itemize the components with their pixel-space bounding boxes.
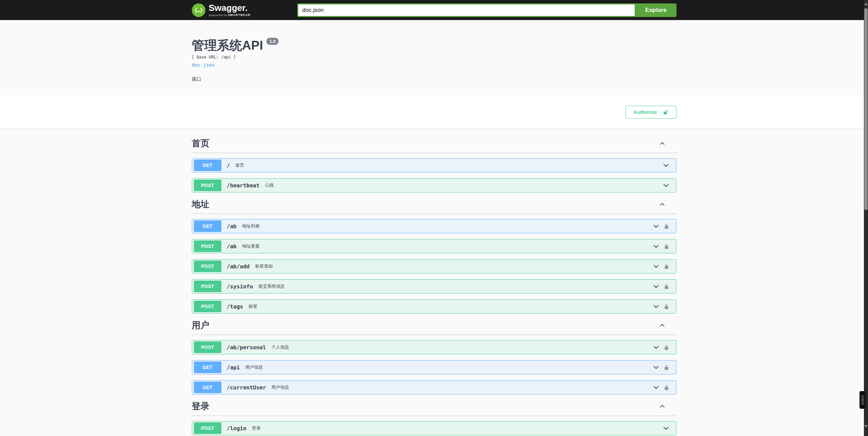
chevron-down-icon[interactable] (663, 182, 669, 188)
operation-summary: 首页 (235, 162, 244, 168)
operations-list: 首页 GET / 首页 POST /heartbeat 心跳 (192, 129, 677, 436)
swagger-logo-icon: {…} (192, 3, 205, 17)
operation-path: /currentUser (227, 384, 266, 391)
method-badge: GET (194, 220, 221, 232)
page-scrollbar[interactable] (864, 0, 868, 436)
tag-name: 登录 (192, 400, 210, 412)
operation-row[interactable]: POST /ab/personal 个人信息 (192, 340, 677, 354)
lock-icon[interactable] (664, 365, 669, 370)
operation-summary: 标签 (249, 303, 257, 309)
tag-name: 首页 (192, 137, 210, 149)
tag-name: 地址 (192, 198, 210, 210)
chevron-up-icon[interactable] (660, 404, 665, 409)
scheme-container: Authorize (0, 96, 868, 129)
chevron-down-icon[interactable] (663, 425, 669, 431)
page-title: 管理系统API 1.0 (192, 39, 677, 52)
lock-icon[interactable] (664, 304, 669, 309)
tag-section-1: 首页 GET / 首页 POST /heartbeat 心跳 (192, 137, 677, 192)
chevron-down-icon[interactable] (653, 364, 659, 370)
lock-icon[interactable] (664, 223, 669, 229)
swagger-logo: {…} Swagger. Supported by SMARTBEAR (192, 3, 251, 17)
operation-row[interactable]: POST /ab 地址更新 (192, 239, 677, 253)
scrollbar-down-arrow[interactable] (864, 425, 868, 427)
spec-link[interactable]: doc.json (192, 62, 215, 68)
swagger-tagline: Supported by SMARTBEAR (209, 14, 251, 17)
tag-section-3: 用户 POST /ab/personal 个人信息 GET /api 用户信息 (192, 319, 677, 395)
authorize-button[interactable]: Authorize (625, 106, 676, 119)
scrollbar-thumb[interactable] (864, 8, 868, 210)
chevron-down-icon[interactable] (663, 162, 669, 168)
operation-path: /sysinfo (227, 283, 253, 290)
lock-icon[interactable] (664, 244, 669, 249)
operation-row[interactable]: GET /ab 地址列表 (192, 219, 677, 233)
explore-button[interactable]: Explore (636, 3, 677, 17)
operation-path: /api (227, 364, 240, 371)
method-badge: GET (194, 382, 221, 393)
operation-summary: 用户信息 (245, 364, 263, 370)
operation-summary: 用户信息 (271, 384, 289, 390)
api-description: 接口 (192, 76, 677, 82)
tag-section-4: 登录 POST /login 登录 POST /login/captcha 登录… (192, 400, 677, 436)
chevron-down-icon[interactable] (653, 263, 659, 269)
operation-path: /ab (227, 243, 237, 250)
swagger-logo-text: Swagger. (209, 3, 251, 12)
scroll-minimap-widget (859, 391, 866, 409)
method-badge: POST (194, 341, 221, 353)
method-badge: POST (194, 422, 221, 434)
chevron-down-icon[interactable] (653, 243, 659, 249)
chevron-down-icon[interactable] (653, 344, 659, 350)
operation-summary: 登录 (252, 425, 261, 431)
method-badge: POST (194, 180, 221, 191)
unlock-icon (663, 109, 669, 115)
tag-header[interactable]: 首页 (192, 137, 677, 153)
operation-summary: 标签添加 (255, 263, 273, 269)
lock-icon[interactable] (664, 284, 669, 289)
method-badge: POST (194, 301, 221, 312)
chevron-down-icon[interactable] (653, 384, 659, 390)
chevron-up-icon[interactable] (660, 323, 665, 328)
operation-row[interactable]: GET / 首页 (192, 158, 677, 172)
operation-summary: 心跳 (265, 182, 274, 188)
spec-url-input[interactable] (297, 3, 636, 17)
tag-header[interactable]: 用户 (192, 319, 677, 335)
chevron-down-icon[interactable] (653, 223, 659, 229)
method-badge: GET (194, 160, 221, 171)
operation-summary: 提交系统信息 (258, 283, 285, 289)
info-section: 管理系统API 1.0 [ Base URL: /api ] doc.json … (0, 20, 868, 96)
lock-icon[interactable] (664, 385, 669, 390)
operation-row[interactable]: GET /currentUser 用户信息 (192, 380, 677, 395)
operation-path: /ab (227, 223, 237, 230)
tag-section-2: 地址 GET /ab 地址列表 POST /ab 地址更新 (192, 198, 677, 314)
operation-path: /ab/personal (227, 344, 266, 351)
base-url: [ Base URL: /api ] (192, 55, 677, 60)
operation-summary: 个人信息 (271, 344, 289, 350)
topbar: {…} Swagger. Supported by SMARTBEAR Expl… (0, 0, 868, 20)
operation-row[interactable]: POST /ab/add 标签添加 (192, 259, 677, 273)
spec-url-form: Explore (297, 3, 677, 17)
operation-row[interactable]: POST /tags 标签 (192, 299, 677, 314)
chevron-up-icon[interactable] (660, 141, 665, 146)
operation-row[interactable]: POST /login 登录 (192, 421, 677, 435)
lock-icon[interactable] (664, 264, 669, 269)
operation-path: /ab/add (227, 263, 250, 270)
chevron-down-icon[interactable] (653, 283, 659, 289)
tag-header[interactable]: 地址 (192, 198, 677, 214)
method-badge: POST (194, 240, 221, 252)
method-badge: POST (194, 261, 221, 272)
tag-header[interactable]: 登录 (192, 400, 677, 416)
operation-path: /heartbeat (227, 182, 260, 189)
lock-icon[interactable] (664, 345, 669, 350)
operation-row[interactable]: POST /sysinfo 提交系统信息 (192, 279, 677, 294)
version-badge: 1.0 (266, 38, 279, 45)
scrollbar-up-arrow[interactable] (864, 3, 868, 5)
method-badge: GET (194, 362, 221, 373)
chevron-down-icon[interactable] (653, 303, 659, 309)
operation-path: / (227, 162, 230, 169)
chevron-up-icon[interactable] (660, 202, 665, 207)
operation-path: /login (227, 425, 247, 432)
method-badge: POST (194, 281, 221, 292)
operation-row[interactable]: GET /api 用户信息 (192, 360, 677, 374)
operation-path: /tags (227, 303, 243, 310)
operation-row[interactable]: POST /heartbeat 心跳 (192, 178, 677, 192)
operation-summary: 地址列表 (242, 223, 260, 229)
